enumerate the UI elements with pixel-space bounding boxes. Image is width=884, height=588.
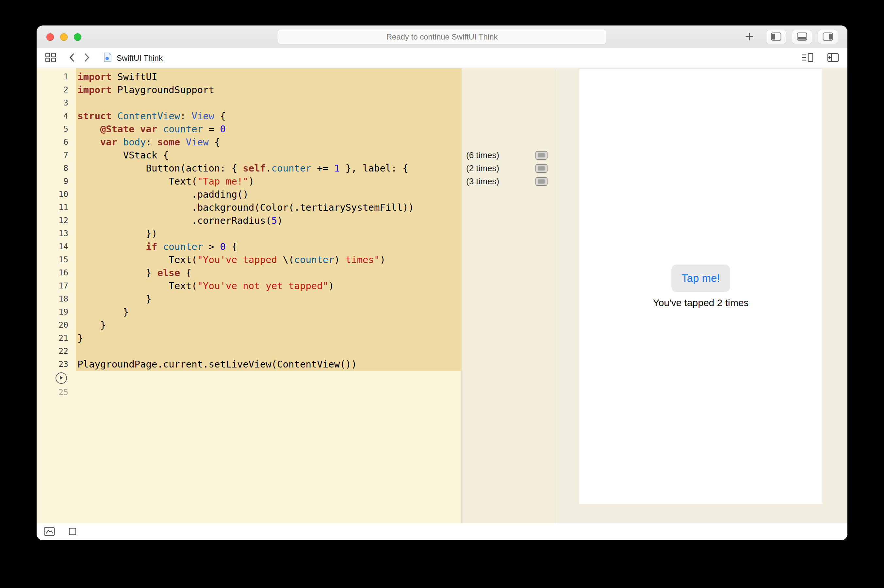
code-lines[interactable]: import SwiftUIimport PlaygroundSupportst…	[77, 70, 460, 371]
code-line[interactable]: Text("You've tapped \(counter) times")	[77, 253, 460, 266]
line-number: 3	[37, 96, 76, 110]
zoom-icon[interactable]	[74, 33, 81, 41]
back-button[interactable]	[69, 52, 75, 63]
line-number-gutter: 1234567891011121314151617181920212223 25	[37, 68, 76, 523]
live-view-canvas: Tap me! You've tapped 2 times	[579, 69, 822, 504]
toggle-right-sidebar-button[interactable]	[818, 30, 838, 44]
toggle-left-sidebar-icon	[771, 32, 781, 42]
code-line[interactable]: } else {	[77, 266, 460, 279]
window-title: Ready to continue SwiftUI Think	[386, 32, 498, 42]
editor-options-icon	[802, 52, 813, 63]
minimize-icon[interactable]	[60, 33, 68, 41]
line-number: 20	[37, 318, 76, 332]
result-row: (3 times)	[462, 175, 555, 188]
add-button[interactable]	[742, 29, 757, 44]
run-playground-button[interactable]	[56, 372, 67, 384]
show-result-icon	[538, 179, 545, 184]
line-number: 23	[37, 358, 76, 371]
line-number: 17	[37, 279, 76, 292]
code-line[interactable]: })	[77, 227, 460, 240]
code-line[interactable]: VStack {	[77, 148, 460, 162]
line-number: 12	[37, 214, 76, 227]
code-line[interactable]: }	[77, 292, 460, 305]
line-number: 14	[37, 240, 76, 253]
toggle-bottom-panel-icon	[797, 32, 807, 42]
forward-icon	[84, 52, 90, 63]
main-content: 1234567891011121314151617181920212223 25…	[37, 68, 847, 523]
tap-me-button[interactable]: Tap me!	[671, 265, 730, 292]
next-line-number: 25	[59, 386, 68, 399]
line-number: 8	[37, 162, 76, 175]
result-count-label: (3 times)	[466, 176, 499, 186]
code-line[interactable]: }	[77, 332, 460, 345]
code-line[interactable]	[77, 345, 460, 358]
add-icon	[744, 32, 755, 43]
line-number: 18	[37, 292, 76, 305]
line-number: 19	[37, 305, 76, 318]
playground-window: Ready to continue SwiftUI Think	[37, 26, 847, 540]
activity-status-field: Ready to continue SwiftUI Think	[278, 29, 606, 44]
code-line[interactable]: Text("Tap me!")	[77, 175, 460, 188]
code-line[interactable]: var body: some View {	[77, 136, 460, 148]
code-line[interactable]: import SwiftUI	[77, 70, 460, 83]
code-line[interactable]: if counter > 0 {	[77, 240, 460, 253]
back-icon	[69, 52, 75, 63]
editor-toolbar-buttons	[802, 52, 839, 63]
run-icon	[59, 375, 63, 381]
playground-file-icon	[103, 52, 112, 64]
traffic-lights	[47, 26, 81, 48]
result-row: (2 times)	[462, 162, 555, 175]
code-line[interactable]	[77, 96, 460, 110]
add-editor-icon	[827, 52, 839, 63]
code-line[interactable]: struct ContentView: View {	[77, 110, 460, 123]
code-line[interactable]: Button(action: { self.counter += 1 }, la…	[77, 162, 460, 175]
code-line[interactable]: PlaygroundPage.current.setLiveView(Conte…	[77, 358, 460, 371]
tap-count-label: You've tapped 2 times	[653, 297, 749, 308]
toggle-bottom-panel-button[interactable]	[792, 30, 812, 44]
toggle-left-sidebar-button[interactable]	[766, 30, 786, 44]
code-line[interactable]: .padding()	[77, 188, 460, 201]
line-number: 10	[37, 188, 76, 201]
code-line[interactable]: import PlaygroundSupport	[77, 83, 460, 96]
gallery-icon	[44, 527, 55, 537]
add-editor-button[interactable]	[827, 52, 839, 63]
result-count-label: (2 times)	[466, 164, 499, 174]
desktop-background: Ready to continue SwiftUI Think	[0, 0, 884, 588]
show-result-icon	[538, 166, 545, 171]
line-number: 15	[37, 253, 76, 266]
navigator-grid-icon	[45, 52, 56, 63]
show-result-button[interactable]	[536, 151, 548, 160]
square-button[interactable]	[69, 528, 77, 536]
breadcrumb[interactable]: SwiftUI Think	[103, 52, 163, 64]
show-navigator-button[interactable]	[45, 52, 56, 63]
close-icon[interactable]	[47, 33, 54, 41]
code-line[interactable]: .cornerRadius(5)	[77, 214, 460, 227]
forward-button[interactable]	[84, 52, 90, 63]
line-number: 16	[37, 266, 76, 279]
code-line[interactable]: }	[77, 318, 460, 332]
live-view-pane: Tap me! You've tapped 2 times	[555, 68, 847, 523]
line-number: 2	[37, 83, 76, 96]
show-result-icon	[538, 153, 545, 158]
results-sidebar: (6 times)(2 times)(3 times)	[461, 68, 555, 523]
titlebar: Ready to continue SwiftUI Think	[37, 26, 847, 48]
line-number: 21	[37, 332, 76, 345]
code-line[interactable]: }	[77, 305, 460, 318]
code-line[interactable]: @State var counter = 0	[77, 123, 460, 136]
gallery-button[interactable]	[44, 527, 55, 537]
line-number: 5	[37, 123, 76, 136]
code-editor[interactable]: 1234567891011121314151617181920212223 25…	[37, 68, 555, 523]
toggle-right-sidebar-icon	[822, 32, 833, 42]
line-number: 9	[37, 175, 76, 188]
titlebar-buttons	[742, 26, 838, 48]
result-count-label: (6 times)	[466, 150, 499, 160]
code-line[interactable]: Text("You've not yet tapped")	[77, 279, 460, 292]
debug-bar	[37, 523, 847, 540]
result-row: (6 times)	[462, 148, 555, 162]
line-number: 13	[37, 227, 76, 240]
code-line[interactable]: .background(Color(.tertiarySystemFill))	[77, 201, 460, 214]
show-result-button[interactable]	[536, 177, 548, 186]
editor-options-button[interactable]	[802, 52, 813, 63]
show-result-button[interactable]	[536, 164, 548, 173]
line-numbers: 1234567891011121314151617181920212223	[37, 68, 76, 371]
